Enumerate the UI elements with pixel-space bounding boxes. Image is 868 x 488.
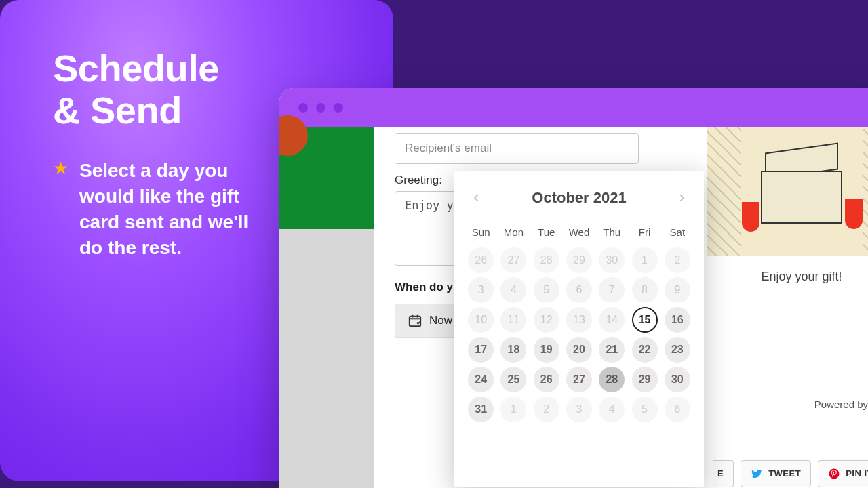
calendar-day[interactable]: 26	[534, 367, 559, 392]
promo-title-line2: & Send	[53, 89, 182, 131]
calendar-day: 1	[632, 247, 658, 273]
star-icon: ★	[53, 158, 68, 260]
calendar-day: 29	[566, 247, 592, 273]
calendar-day[interactable]: 25	[500, 367, 526, 392]
calendar-day[interactable]: 28	[599, 367, 625, 392]
calendar-day[interactable]: 22	[632, 337, 658, 363]
calendar-day: 28	[534, 247, 559, 273]
calendar-day[interactable]: 23	[665, 337, 690, 363]
calendar-day: 3	[566, 396, 592, 422]
calendar-month-label: October 2021	[532, 189, 626, 207]
window-titlebar	[279, 88, 868, 127]
tweet-label: TWEET	[768, 468, 801, 479]
calendar-dow: Thu	[597, 222, 626, 243]
calendar-day: 26	[468, 247, 494, 273]
calendar-day: 2	[665, 247, 690, 273]
prev-month-button[interactable]	[467, 188, 487, 208]
chevron-left-icon	[472, 193, 481, 203]
gift-illustration	[707, 127, 868, 256]
share-button-truncated[interactable]: E	[713, 460, 734, 487]
date-picker[interactable]: October 2021 SunMonTueWedThuFriSat262728…	[454, 171, 704, 487]
calendar-dow: Sat	[663, 222, 692, 243]
gift-preview: Enjoy your gift! Powered by	[707, 127, 868, 453]
powered-by-text: Powered by	[814, 399, 868, 410]
calendar-dow: Sun	[467, 222, 495, 243]
calendar-day: 5	[632, 396, 658, 422]
pinit-button[interactable]: PIN IT	[818, 460, 868, 487]
send-now-label: Now	[429, 314, 452, 327]
calendar-day: 4	[599, 396, 625, 422]
calendar-day: 3	[468, 277, 494, 303]
calendar-day[interactable]: 30	[665, 367, 690, 392]
promo-title-line1: Schedule	[53, 47, 219, 89]
recipient-email-field[interactable]	[395, 133, 639, 164]
calendar-day[interactable]: 16	[665, 307, 690, 333]
calendar-day: 11	[500, 307, 526, 333]
calendar-day: 8	[632, 277, 658, 303]
calendar-day: 12	[534, 307, 559, 333]
calendar-dow: Tue	[532, 222, 561, 243]
calendar-day[interactable]: 18	[500, 337, 526, 363]
calendar-day[interactable]: 31	[468, 396, 494, 422]
calendar-day: 7	[599, 277, 625, 303]
calendar-grid: SunMonTueWedThuFriSat2627282930123456789…	[467, 222, 692, 422]
promo-bullet-text: Select a day you would like the gift car…	[79, 158, 256, 260]
calendar-day: 2	[534, 396, 559, 422]
window-dot-icon	[316, 103, 326, 113]
tweet-button[interactable]: TWEET	[741, 460, 811, 487]
calendar-day[interactable]: 21	[599, 337, 625, 363]
next-month-button[interactable]	[671, 188, 692, 208]
svg-rect-0	[410, 317, 421, 327]
powered-by: Powered by	[814, 397, 868, 411]
pinit-label: PIN IT	[846, 468, 868, 479]
calendar-day[interactable]: 24	[468, 367, 494, 392]
calendar-day: 6	[665, 396, 690, 422]
calendar-day[interactable]: 29	[632, 367, 658, 392]
calendar-day: 1	[500, 396, 526, 422]
calendar-dow: Wed	[565, 222, 593, 243]
calendar-day: 10	[468, 307, 494, 333]
product-image-strip	[279, 127, 374, 229]
share-truncated-label: E	[717, 468, 724, 479]
calendar-day[interactable]: 20	[566, 337, 592, 363]
twitter-icon	[751, 468, 763, 480]
calendar-dow: Fri	[630, 222, 658, 243]
calendar-day[interactable]: 19	[534, 337, 559, 363]
preview-caption: Enjoy your gift!	[707, 270, 868, 284]
calendar-day: 27	[500, 247, 526, 273]
calendar-dow: Mon	[499, 222, 528, 243]
calendar-day: 5	[534, 277, 559, 303]
calendar-day: 9	[665, 277, 690, 303]
calendar-day: 4	[500, 277, 526, 303]
chevron-right-icon	[677, 193, 686, 203]
calendar-day: 6	[566, 277, 592, 303]
calendar-check-icon	[408, 313, 422, 328]
calendar-day: 30	[599, 247, 625, 273]
window-dot-icon	[298, 103, 308, 113]
calendar-day[interactable]: 17	[468, 337, 494, 363]
calendar-day[interactable]: 15	[632, 307, 658, 333]
calendar-day: 14	[599, 307, 625, 333]
calendar-day: 13	[566, 307, 592, 333]
calendar-day[interactable]: 27	[566, 367, 592, 392]
pinterest-icon	[828, 468, 840, 480]
window-dot-icon	[334, 103, 343, 113]
